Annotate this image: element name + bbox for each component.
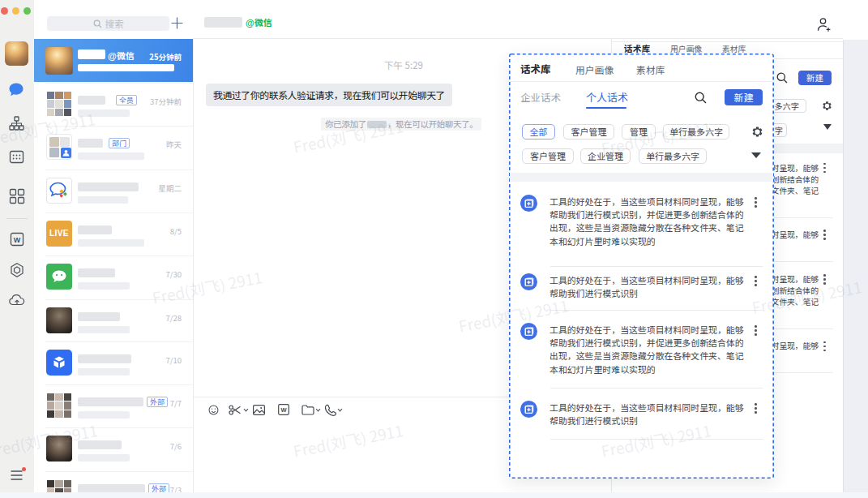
svg-text:W: W bbox=[280, 406, 287, 414]
svg-text:W: W bbox=[14, 236, 21, 244]
